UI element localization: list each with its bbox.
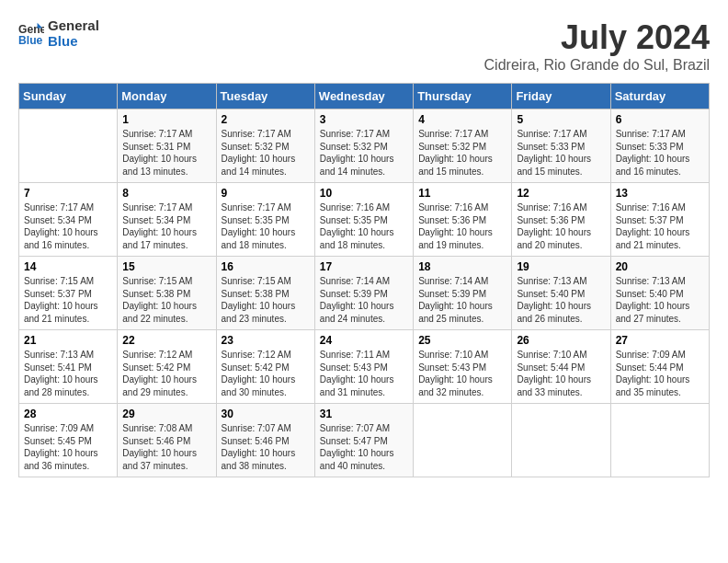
- day-info: Sunrise: 7:16 AM Sunset: 5:35 PM Dayligh…: [320, 201, 408, 251]
- logo-general: General: [48, 18, 99, 34]
- calendar-cell: 18Sunrise: 7:14 AM Sunset: 5:39 PM Dayli…: [414, 257, 512, 330]
- day-number: 16: [222, 260, 310, 273]
- calendar-cell: 22Sunrise: 7:12 AM Sunset: 5:42 PM Dayli…: [118, 330, 216, 404]
- day-number: 31: [320, 408, 408, 420]
- logo-blue: Blue: [48, 34, 99, 50]
- day-info: Sunrise: 7:10 AM Sunset: 5:44 PM Dayligh…: [517, 349, 605, 398]
- day-number: 24: [320, 334, 408, 347]
- day-info: Sunrise: 7:13 AM Sunset: 5:41 PM Dayligh…: [24, 349, 112, 398]
- calendar-cell: 31Sunrise: 7:07 AM Sunset: 5:47 PM Dayli…: [314, 404, 413, 477]
- calendar-cell: 23Sunrise: 7:12 AM Sunset: 5:42 PM Dayli…: [216, 330, 314, 404]
- day-number: 23: [222, 334, 310, 347]
- day-number: 8: [122, 187, 210, 200]
- calendar-cell: 12Sunrise: 7:16 AM Sunset: 5:36 PM Dayli…: [512, 183, 610, 257]
- day-info: Sunrise: 7:13 AM Sunset: 5:40 PM Dayligh…: [517, 275, 605, 325]
- day-number: 12: [517, 187, 605, 200]
- day-number: 14: [24, 260, 112, 273]
- calendar-cell: 10Sunrise: 7:16 AM Sunset: 5:35 PM Dayli…: [314, 183, 413, 257]
- calendar-cell: 11Sunrise: 7:16 AM Sunset: 5:36 PM Dayli…: [414, 183, 512, 257]
- calendar-cell: 16Sunrise: 7:15 AM Sunset: 5:38 PM Dayli…: [216, 257, 314, 330]
- day-info: Sunrise: 7:09 AM Sunset: 5:44 PM Dayligh…: [616, 349, 704, 398]
- day-number: 7: [24, 187, 112, 200]
- day-info: Sunrise: 7:16 AM Sunset: 5:36 PM Dayligh…: [517, 201, 605, 251]
- calendar-cell: 26Sunrise: 7:10 AM Sunset: 5:44 PM Dayli…: [512, 330, 610, 404]
- day-number: 30: [222, 408, 310, 420]
- day-info: Sunrise: 7:09 AM Sunset: 5:45 PM Dayligh…: [24, 422, 112, 472]
- day-info: Sunrise: 7:07 AM Sunset: 5:47 PM Dayligh…: [320, 422, 408, 472]
- logo-icon: General Blue: [18, 21, 44, 47]
- calendar-cell: 19Sunrise: 7:13 AM Sunset: 5:40 PM Dayli…: [512, 257, 610, 330]
- calendar-cell: 21Sunrise: 7:13 AM Sunset: 5:41 PM Dayli…: [19, 330, 118, 404]
- calendar-header-row: SundayMondayTuesdayWednesdayThursdayFrid…: [19, 84, 710, 109]
- day-info: Sunrise: 7:17 AM Sunset: 5:33 PM Dayligh…: [517, 128, 605, 178]
- logo: General Blue General Blue: [18, 18, 99, 49]
- day-info: Sunrise: 7:14 AM Sunset: 5:39 PM Dayligh…: [320, 275, 408, 325]
- calendar-cell: 7Sunrise: 7:17 AM Sunset: 5:34 PM Daylig…: [19, 183, 118, 257]
- day-info: Sunrise: 7:15 AM Sunset: 5:38 PM Dayligh…: [122, 275, 210, 325]
- day-number: 25: [418, 334, 506, 347]
- calendar-cell: 25Sunrise: 7:10 AM Sunset: 5:43 PM Dayli…: [414, 330, 512, 404]
- day-info: Sunrise: 7:17 AM Sunset: 5:32 PM Dayligh…: [418, 128, 506, 178]
- day-info: Sunrise: 7:08 AM Sunset: 5:46 PM Dayligh…: [122, 422, 210, 472]
- day-info: Sunrise: 7:12 AM Sunset: 5:42 PM Dayligh…: [122, 349, 210, 398]
- calendar-cell: 6Sunrise: 7:17 AM Sunset: 5:33 PM Daylig…: [610, 109, 709, 183]
- calendar-cell: 3Sunrise: 7:17 AM Sunset: 5:32 PM Daylig…: [314, 109, 413, 183]
- calendar-cell: 20Sunrise: 7:13 AM Sunset: 5:40 PM Dayli…: [610, 257, 709, 330]
- calendar-cell: 27Sunrise: 7:09 AM Sunset: 5:44 PM Dayli…: [610, 330, 709, 404]
- day-number: 22: [122, 334, 210, 347]
- calendar-cell: 4Sunrise: 7:17 AM Sunset: 5:32 PM Daylig…: [414, 109, 512, 183]
- day-number: 27: [616, 334, 704, 347]
- day-info: Sunrise: 7:15 AM Sunset: 5:37 PM Dayligh…: [24, 275, 112, 325]
- calendar-cell: 5Sunrise: 7:17 AM Sunset: 5:33 PM Daylig…: [512, 109, 610, 183]
- calendar-cell: [610, 404, 709, 477]
- day-number: 18: [418, 260, 506, 273]
- day-number: 11: [418, 187, 506, 200]
- calendar-cell: 17Sunrise: 7:14 AM Sunset: 5:39 PM Dayli…: [314, 257, 413, 330]
- calendar-cell: 28Sunrise: 7:09 AM Sunset: 5:45 PM Dayli…: [19, 404, 118, 477]
- day-info: Sunrise: 7:17 AM Sunset: 5:34 PM Dayligh…: [24, 201, 112, 251]
- calendar-week-row: 7Sunrise: 7:17 AM Sunset: 5:34 PM Daylig…: [19, 183, 710, 257]
- page-header: General Blue General Blue July 2024 Cidr…: [18, 18, 710, 74]
- calendar-cell: 8Sunrise: 7:17 AM Sunset: 5:34 PM Daylig…: [118, 183, 216, 257]
- day-number: 29: [122, 408, 210, 420]
- calendar-cell: [414, 404, 512, 477]
- location: Cidreira, Rio Grande do Sul, Brazil: [484, 57, 710, 74]
- day-number: 13: [616, 187, 704, 200]
- title-block: July 2024 Cidreira, Rio Grande do Sul, B…: [484, 18, 710, 74]
- day-info: Sunrise: 7:17 AM Sunset: 5:33 PM Dayligh…: [616, 128, 704, 178]
- day-info: Sunrise: 7:17 AM Sunset: 5:32 PM Dayligh…: [222, 128, 310, 178]
- calendar-cell: 9Sunrise: 7:17 AM Sunset: 5:35 PM Daylig…: [216, 183, 314, 257]
- header-sunday: Sunday: [19, 84, 118, 109]
- calendar-cell: [19, 109, 118, 183]
- day-number: 15: [122, 260, 210, 273]
- calendar-week-row: 21Sunrise: 7:13 AM Sunset: 5:41 PM Dayli…: [19, 330, 710, 404]
- day-info: Sunrise: 7:17 AM Sunset: 5:32 PM Dayligh…: [320, 128, 408, 178]
- day-number: 19: [517, 260, 605, 273]
- day-info: Sunrise: 7:17 AM Sunset: 5:35 PM Dayligh…: [222, 201, 310, 251]
- day-info: Sunrise: 7:17 AM Sunset: 5:31 PM Dayligh…: [122, 128, 210, 178]
- day-info: Sunrise: 7:07 AM Sunset: 5:46 PM Dayligh…: [222, 422, 310, 472]
- calendar-cell: 30Sunrise: 7:07 AM Sunset: 5:46 PM Dayli…: [216, 404, 314, 477]
- day-number: 21: [24, 334, 112, 347]
- day-info: Sunrise: 7:13 AM Sunset: 5:40 PM Dayligh…: [616, 275, 704, 325]
- day-number: 26: [517, 334, 605, 347]
- day-number: 2: [222, 113, 310, 126]
- svg-text:Blue: Blue: [18, 34, 43, 47]
- calendar-cell: 1Sunrise: 7:17 AM Sunset: 5:31 PM Daylig…: [118, 109, 216, 183]
- day-number: 17: [320, 260, 408, 273]
- header-saturday: Saturday: [610, 84, 709, 109]
- calendar-cell: 2Sunrise: 7:17 AM Sunset: 5:32 PM Daylig…: [216, 109, 314, 183]
- calendar-cell: [512, 404, 610, 477]
- calendar-cell: 15Sunrise: 7:15 AM Sunset: 5:38 PM Dayli…: [118, 257, 216, 330]
- calendar-week-row: 14Sunrise: 7:15 AM Sunset: 5:37 PM Dayli…: [19, 257, 710, 330]
- day-info: Sunrise: 7:17 AM Sunset: 5:34 PM Dayligh…: [122, 201, 210, 251]
- calendar-cell: 14Sunrise: 7:15 AM Sunset: 5:37 PM Dayli…: [19, 257, 118, 330]
- day-number: 10: [320, 187, 408, 200]
- day-number: 9: [222, 187, 310, 200]
- day-number: 1: [122, 113, 210, 126]
- day-number: 20: [616, 260, 704, 273]
- day-number: 28: [24, 408, 112, 420]
- header-wednesday: Wednesday: [314, 84, 413, 109]
- calendar-week-row: 28Sunrise: 7:09 AM Sunset: 5:45 PM Dayli…: [19, 404, 710, 477]
- calendar-week-row: 1Sunrise: 7:17 AM Sunset: 5:31 PM Daylig…: [19, 109, 710, 183]
